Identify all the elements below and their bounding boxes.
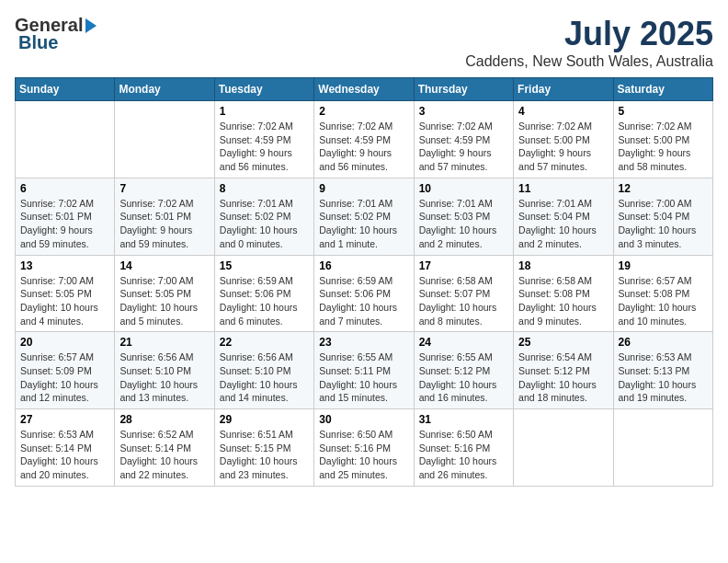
calendar-cell: 18Sunrise: 6:58 AMSunset: 5:08 PMDayligh… [514,255,613,332]
calendar-cell: 4Sunrise: 7:02 AMSunset: 5:00 PMDaylight… [514,101,613,178]
calendar-cell: 26Sunrise: 6:53 AMSunset: 5:13 PMDayligh… [613,332,712,409]
day-info: Sunrise: 7:02 AMSunset: 4:59 PMDaylight:… [220,120,309,174]
day-info: Sunrise: 7:02 AMSunset: 4:59 PMDaylight:… [419,120,508,174]
calendar-day-header: Tuesday [214,78,313,101]
sunset-label: Sunset: 5:15 PM [220,442,291,454]
sunrise-label: Sunrise: 6:51 AM [220,429,293,440]
day-info: Sunrise: 7:01 AMSunset: 5:03 PMDaylight:… [419,197,508,251]
daylight-label: Daylight: 10 hours and 14 minutes. [220,379,298,404]
day-info: Sunrise: 6:59 AMSunset: 5:06 PMDaylight:… [319,274,408,328]
location-subtitle: Caddens, New South Wales, Australia [465,53,713,70]
day-info: Sunrise: 6:55 AMSunset: 5:12 PMDaylight:… [419,350,508,405]
sunrise-label: Sunrise: 6:57 AM [619,275,692,286]
day-info: Sunrise: 7:01 AMSunset: 5:02 PMDaylight:… [220,197,309,251]
day-number: 29 [220,413,309,426]
calendar-cell [115,101,214,178]
daylight-label: Daylight: 9 hours and 58 minutes. [619,147,691,172]
calendar-week-row: 20Sunrise: 6:57 AMSunset: 5:09 PMDayligh… [16,332,713,409]
daylight-label: Daylight: 10 hours and 1 minute. [319,224,397,249]
day-number: 17 [419,259,508,272]
calendar-cell: 7Sunrise: 7:02 AMSunset: 5:01 PMDaylight… [115,178,214,255]
day-info: Sunrise: 7:01 AMSunset: 5:04 PMDaylight:… [518,197,608,251]
logo: General Blue [15,15,97,53]
calendar-cell [613,409,712,487]
sunset-label: Sunset: 5:05 PM [20,288,92,299]
sunset-label: Sunset: 5:06 PM [319,288,391,299]
sunset-label: Sunset: 4:59 PM [419,134,491,145]
sunset-label: Sunset: 5:14 PM [20,442,92,454]
daylight-label: Daylight: 10 hours and 5 minutes. [119,302,198,327]
sunrise-label: Sunrise: 6:56 AM [119,351,193,362]
sunset-label: Sunset: 5:10 PM [220,365,291,376]
calendar-cell: 8Sunrise: 7:01 AMSunset: 5:02 PMDaylight… [214,178,313,255]
day-number: 19 [619,259,708,272]
sunrise-label: Sunrise: 6:59 AM [319,275,392,286]
day-info: Sunrise: 6:52 AMSunset: 5:14 PMDaylight:… [119,428,209,482]
daylight-label: Daylight: 10 hours and 26 minutes. [419,455,497,480]
sunset-label: Sunset: 5:16 PM [419,442,491,454]
sunrise-label: Sunrise: 7:00 AM [119,275,193,286]
calendar-cell: 11Sunrise: 7:01 AMSunset: 5:04 PMDayligh… [514,178,613,255]
calendar-cell: 25Sunrise: 6:54 AMSunset: 5:12 PMDayligh… [514,332,613,409]
sunrise-label: Sunrise: 6:58 AM [419,275,493,286]
day-info: Sunrise: 6:58 AMSunset: 5:08 PMDaylight:… [518,274,608,328]
sunset-label: Sunset: 5:12 PM [518,365,590,376]
sunset-label: Sunset: 5:14 PM [119,442,191,454]
daylight-label: Daylight: 10 hours and 19 minutes. [619,379,697,404]
day-info: Sunrise: 6:56 AMSunset: 5:10 PMDaylight:… [220,350,309,405]
day-number: 26 [619,336,708,349]
day-number: 28 [119,413,209,426]
calendar-week-row: 1Sunrise: 7:02 AMSunset: 4:59 PMDaylight… [16,101,713,178]
sunrise-label: Sunrise: 7:02 AM [319,121,392,132]
calendar-cell: 1Sunrise: 7:02 AMSunset: 4:59 PMDaylight… [214,101,313,178]
sunrise-label: Sunrise: 6:56 AM [220,351,293,362]
sunrise-label: Sunrise: 7:01 AM [220,198,293,209]
sunrise-label: Sunrise: 6:50 AM [319,429,392,440]
daylight-label: Daylight: 10 hours and 18 minutes. [518,379,597,404]
sunrise-label: Sunrise: 7:02 AM [220,121,293,132]
daylight-label: Daylight: 10 hours and 2 minutes. [518,224,597,249]
day-info: Sunrise: 7:01 AMSunset: 5:02 PMDaylight:… [319,197,408,251]
day-number: 18 [518,259,608,272]
calendar-cell: 24Sunrise: 6:55 AMSunset: 5:12 PMDayligh… [414,332,513,409]
sunset-label: Sunset: 5:12 PM [419,365,491,376]
sunset-label: Sunset: 5:08 PM [619,288,690,299]
daylight-label: Daylight: 10 hours and 20 minutes. [20,455,98,480]
sunset-label: Sunset: 5:13 PM [619,365,690,376]
sunrise-label: Sunrise: 7:02 AM [419,121,493,132]
daylight-label: Daylight: 10 hours and 12 minutes. [20,379,98,404]
day-number: 15 [220,259,309,272]
sunset-label: Sunset: 5:06 PM [220,288,291,299]
day-info: Sunrise: 6:57 AMSunset: 5:08 PMDaylight:… [619,274,708,328]
month-year-title: July 2025 [465,15,713,53]
daylight-label: Daylight: 9 hours and 56 minutes. [319,147,392,172]
sunrise-label: Sunrise: 6:53 AM [20,429,94,440]
calendar-cell: 27Sunrise: 6:53 AMSunset: 5:14 PMDayligh… [16,409,115,487]
day-number: 11 [518,182,608,195]
day-number: 12 [619,182,708,195]
calendar-cell: 12Sunrise: 7:00 AMSunset: 5:04 PMDayligh… [613,178,712,255]
daylight-label: Daylight: 10 hours and 3 minutes. [619,224,697,249]
day-info: Sunrise: 7:00 AMSunset: 5:04 PMDaylight:… [619,197,708,251]
sunset-label: Sunset: 5:16 PM [319,442,391,454]
day-info: Sunrise: 7:02 AMSunset: 5:01 PMDaylight:… [20,197,109,251]
daylight-label: Daylight: 10 hours and 9 minutes. [518,302,597,327]
daylight-label: Daylight: 10 hours and 25 minutes. [319,455,397,480]
day-number: 3 [419,105,508,118]
sunset-label: Sunset: 5:11 PM [319,365,391,376]
sunset-label: Sunset: 5:04 PM [518,211,590,222]
day-number: 1 [220,105,309,118]
daylight-label: Daylight: 9 hours and 59 minutes. [119,224,192,249]
day-number: 4 [518,105,608,118]
day-number: 31 [419,413,508,426]
daylight-label: Daylight: 10 hours and 22 minutes. [119,455,198,480]
day-info: Sunrise: 7:02 AMSunset: 5:01 PMDaylight:… [119,197,209,251]
day-info: Sunrise: 7:02 AMSunset: 4:59 PMDaylight:… [319,120,408,174]
day-number: 7 [119,182,209,195]
sunset-label: Sunset: 5:01 PM [119,211,191,222]
calendar-day-header: Wednesday [314,78,414,101]
sunrise-label: Sunrise: 6:58 AM [518,275,592,286]
calendar-header-row: SundayMondayTuesdayWednesdayThursdayFrid… [16,78,713,101]
day-number: 14 [119,259,209,272]
daylight-label: Daylight: 10 hours and 13 minutes. [119,379,198,404]
